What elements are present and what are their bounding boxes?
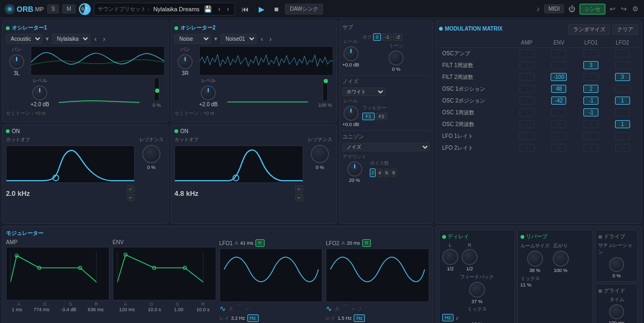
modmatrix-cell-3-amp[interactable]: · [511, 83, 542, 95]
modmatrix-cell-7-env[interactable]: · [543, 130, 575, 142]
lfo1-tri-icon[interactable]: ∧ [228, 304, 233, 313]
modmatrix-cell-8-amp[interactable]: · [511, 142, 542, 154]
reverb-room-knob[interactable] [527, 251, 543, 267]
delay-fb-knob[interactable] [469, 282, 485, 298]
modmatrix-cell-5-env[interactable]: · [543, 107, 575, 119]
voice-4-btn[interactable]: 4 [377, 168, 383, 177]
lfo1-hz-btn[interactable]: Hz [247, 314, 259, 322]
modmatrix-cell-1-lfo2[interactable]: · [607, 60, 638, 71]
power-icon[interactable]: ⏻ [567, 4, 576, 14]
modmatrix-cell-3-lfo2[interactable]: · [607, 83, 638, 95]
m-button[interactable]: M [62, 4, 75, 13]
modmatrix-cell-6-lfo2[interactable]: 1 [607, 119, 638, 130]
volume-knob[interactable]: 0.7 [79, 3, 91, 15]
modmatrix-cell-0-amp[interactable]: · [511, 48, 542, 60]
osc1-prev[interactable]: ‹ [92, 34, 99, 44]
modmatrix-cell-5-amp[interactable]: · [511, 107, 542, 119]
osc2-wave-select[interactable]: NoiseAcousticSine [174, 34, 211, 44]
voice-8-btn[interactable]: 8 [391, 168, 397, 177]
modmatrix-cell-2-lfo1[interactable]: · [575, 71, 606, 83]
osc1-next[interactable]: › [101, 34, 107, 44]
modmatrix-cell-4-lfo2[interactable]: 1 [607, 95, 638, 107]
modmatrix-cell-5-lfo2[interactable]: · [607, 107, 638, 119]
sub-level-knob[interactable] [343, 46, 358, 61]
preset-next[interactable]: › [225, 4, 231, 14]
voice-6-btn[interactable]: 6 [384, 168, 390, 177]
redo-icon[interactable]: ↪ [620, 4, 628, 14]
modmatrix-cell-4-lfo1[interactable]: -1 [575, 95, 606, 107]
reverb-spread-knob[interactable] [553, 251, 569, 267]
modmatrix-cell-0-lfo1[interactable]: · [575, 48, 606, 60]
osc2-next[interactable]: › [267, 34, 274, 44]
rewind-button[interactable]: ⏮ [238, 4, 252, 14]
clear-button[interactable]: クリア [612, 24, 638, 35]
modmatrix-cell-6-env[interactable]: · [543, 119, 575, 130]
modmatrix-cell-8-lfo2[interactable]: · [607, 142, 638, 154]
filter1-type-btn[interactable]: ⌐ [127, 194, 135, 201]
voice-2-btn[interactable]: 2 [370, 168, 376, 177]
osc2-pan-knob[interactable] [178, 54, 193, 69]
unison-type-select[interactable]: ノイズ [342, 143, 430, 151]
modmatrix-cell-0-env[interactable]: · [543, 48, 575, 60]
sub-tone-knob[interactable] [389, 50, 404, 65]
sub-oct-2[interactable]: -2 [393, 33, 402, 41]
modmatrix-cell-4-env[interactable]: -42 [543, 95, 575, 107]
modmatrix-cell-2-amp[interactable]: · [511, 71, 542, 83]
lfo2-note-icon[interactable]: ♪ [358, 304, 362, 313]
modmatrix-cell-3-env[interactable]: 48 [543, 83, 575, 95]
randomize-button[interactable]: ランダマイズ [568, 24, 610, 35]
delay-l-knob[interactable] [442, 249, 458, 265]
osc1-level-knob[interactable] [32, 85, 47, 100]
modmatrix-cell-1-lfo1[interactable]: 3 [575, 60, 606, 71]
midi-button[interactable]: MIDI [544, 4, 564, 13]
lfo1-r-btn[interactable]: R [255, 239, 265, 247]
stop-button[interactable]: ■ [271, 4, 282, 14]
modmatrix-cell-3-lfo1[interactable]: 2 [575, 83, 606, 95]
glide-time-knob[interactable] [609, 304, 624, 319]
preset-save[interactable]: 💾 [202, 4, 214, 14]
filter2-type-btn[interactable]: ⌐ [295, 194, 303, 201]
filter2-res-knob[interactable] [311, 145, 329, 163]
daw-sync-button[interactable]: DAWシンク [285, 4, 323, 14]
delay-r-knob[interactable] [462, 249, 478, 265]
filter2-slope-btn[interactable]: ⌐ [295, 185, 303, 193]
modmatrix-cell-6-lfo1[interactable]: · [575, 119, 606, 130]
lfo1-sine-icon[interactable]: ∿ [219, 304, 226, 313]
lfo1-ramp-icon[interactable]: ⌐ [245, 304, 250, 313]
modmatrix-cell-7-amp[interactable]: · [511, 130, 542, 142]
drive-sat-knob[interactable] [609, 257, 624, 272]
modmatrix-cell-1-amp[interactable]: · [511, 60, 542, 71]
lfo2-saw-icon[interactable]: ⌒ [342, 304, 349, 313]
osc1-pan-knob[interactable] [9, 54, 24, 69]
lfo2-ramp-icon[interactable]: ⌐ [352, 304, 356, 313]
modmatrix-cell-8-env[interactable]: · [543, 142, 575, 154]
synth-button[interactable]: シンセ [580, 4, 605, 14]
osc2-preset-select[interactable]: Noise01 [221, 34, 257, 44]
delay-note-icon[interactable]: ♪ [456, 314, 459, 321]
play-button[interactable]: ▶ [255, 4, 268, 14]
lfo2-hz-btn[interactable]: Hz [354, 314, 365, 322]
modmatrix-cell-5-lfo1[interactable]: -1 [575, 107, 606, 119]
lfo1-saw-icon[interactable]: ⌒ [236, 304, 243, 313]
lfo2-sine-icon[interactable]: ∿ [326, 304, 332, 313]
modmatrix-cell-2-lfo2[interactable]: 3 [607, 71, 638, 83]
modmatrix-cell-7-lfo1[interactable]: · [575, 130, 606, 142]
noise-f1-btn[interactable]: F1 [362, 113, 375, 120]
unison-amount-knob[interactable] [347, 162, 362, 177]
settings-icon[interactable]: ⚙ [631, 4, 640, 14]
modmatrix-cell-6-amp[interactable]: · [511, 119, 542, 130]
delay-hz-btn[interactable]: Hz [442, 314, 453, 321]
osc1-wave-select[interactable]: AcousticSineNoise [6, 34, 42, 44]
note-icon[interactable]: ♪ [535, 4, 541, 14]
preset-prev[interactable]: ‹ [216, 4, 223, 14]
filter1-slope-btn[interactable]: ⌐ [127, 185, 135, 193]
sub-oct0[interactable]: 0 [373, 33, 381, 41]
s-button[interactable]: S [47, 4, 60, 13]
lfo2-r-btn[interactable]: R [362, 239, 371, 247]
noise-f2-btn[interactable]: F2 [376, 113, 388, 120]
modmatrix-cell-2-env[interactable]: -100 [543, 71, 575, 83]
modmatrix-cell-7-lfo2[interactable]: · [607, 130, 638, 142]
sub-oct-1[interactable]: -1 [382, 33, 392, 41]
undo-icon[interactable]: ↩ [609, 4, 617, 14]
modmatrix-cell-8-lfo1[interactable]: · [575, 142, 606, 154]
